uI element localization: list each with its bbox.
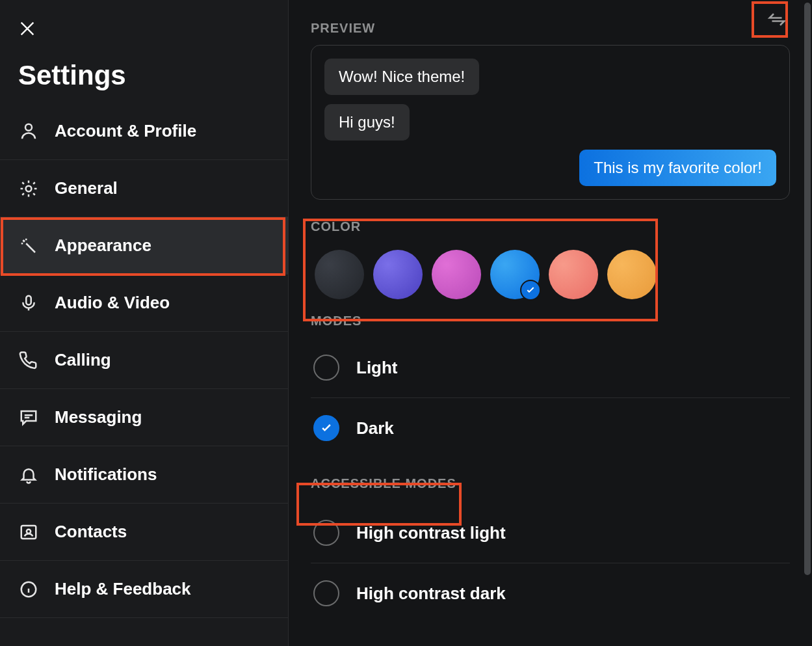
sidebar-item-label: Audio & Video	[55, 293, 170, 313]
modes-header: MODES	[311, 314, 790, 329]
sidebar-item-calling[interactable]: Calling	[0, 332, 288, 389]
svg-rect-3	[21, 526, 36, 539]
preview-header: PREVIEW	[311, 21, 790, 36]
mode-label: Light	[356, 358, 398, 378]
preview-message-incoming: Hi guys!	[324, 104, 410, 141]
sidebar-item-label: Contacts	[55, 522, 127, 542]
sidebar-item-account[interactable]: Account & Profile	[0, 103, 288, 160]
color-swatch-orange[interactable]	[607, 250, 657, 299]
wand-icon	[18, 236, 39, 256]
accessible-modes-list: High contrast lightHigh contrast dark	[311, 503, 790, 623]
color-header: COLOR	[311, 219, 790, 234]
sidebar-item-audio-video[interactable]: Audio & Video	[0, 275, 288, 332]
mode-label: Dark	[356, 418, 394, 438]
accessible-mode-option[interactable]: High contrast light	[311, 503, 790, 563]
sidebar-item-messaging[interactable]: Messaging	[0, 389, 288, 446]
svg-point-0	[25, 124, 32, 130]
sidebar-item-label: General	[55, 178, 118, 198]
svg-point-4	[27, 529, 31, 533]
contact-icon	[18, 522, 39, 543]
sidebar-item-notifications[interactable]: Notifications	[0, 446, 288, 504]
radio-indicator	[313, 355, 339, 381]
sidebar-item-help[interactable]: Help & Feedback	[0, 561, 288, 618]
scrollbar[interactable]	[804, 3, 811, 575]
theme-preview: Wow! Nice theme! Hi guys! This is my fav…	[311, 45, 790, 200]
mode-option[interactable]: Light	[311, 338, 790, 398]
settings-title: Settings	[0, 40, 288, 103]
accessible-mode-label: High contrast dark	[356, 584, 506, 604]
bell-icon	[18, 464, 39, 485]
svg-point-1	[26, 185, 32, 191]
accessible-mode-option[interactable]: High contrast dark	[311, 563, 790, 623]
swap-direction-button[interactable]	[764, 7, 790, 33]
settings-sidebar: Settings Account & Profile General Appea…	[0, 0, 289, 646]
modes-list: LightDark	[311, 338, 790, 458]
radio-indicator	[313, 580, 339, 606]
appearance-panel: PREVIEW Wow! Nice theme! Hi guys! This i…	[289, 0, 812, 646]
sidebar-item-general[interactable]: General	[0, 160, 288, 217]
close-icon[interactable]	[18, 29, 36, 40]
info-icon	[18, 579, 39, 600]
settings-nav: Account & Profile General Appearance Aud…	[0, 103, 288, 618]
sidebar-item-label: Account & Profile	[55, 121, 196, 141]
color-swatch-purple[interactable]	[373, 250, 423, 299]
person-icon	[18, 121, 39, 142]
svg-rect-2	[26, 295, 31, 304]
check-icon	[520, 280, 541, 301]
color-swatch-default-dark[interactable]	[315, 250, 364, 299]
preview-message-outgoing: This is my favorite color!	[579, 150, 776, 186]
color-swatch-row	[311, 243, 790, 314]
color-swatch-coral[interactable]	[549, 250, 598, 299]
radio-indicator	[313, 415, 339, 441]
mode-option[interactable]: Dark	[311, 398, 790, 458]
sidebar-item-label: Notifications	[55, 464, 157, 485]
accessible-mode-label: High contrast light	[356, 523, 506, 543]
microphone-icon	[18, 293, 39, 314]
chat-icon	[18, 407, 39, 428]
sidebar-item-label: Appearance	[55, 236, 151, 256]
preview-message-incoming: Wow! Nice theme!	[324, 59, 479, 95]
sidebar-item-appearance[interactable]: Appearance	[0, 217, 288, 275]
color-swatch-pink[interactable]	[432, 250, 481, 299]
gear-icon	[18, 178, 39, 199]
radio-indicator	[313, 520, 339, 546]
sidebar-item-label: Help & Feedback	[55, 579, 191, 599]
sidebar-item-label: Calling	[55, 350, 111, 370]
sidebar-item-contacts[interactable]: Contacts	[0, 504, 288, 561]
color-swatch-blue[interactable]	[490, 250, 540, 299]
phone-icon	[18, 350, 39, 371]
sidebar-item-label: Messaging	[55, 407, 142, 427]
accessible-modes-header: ACCESSIBLE MODES	[311, 476, 456, 491]
